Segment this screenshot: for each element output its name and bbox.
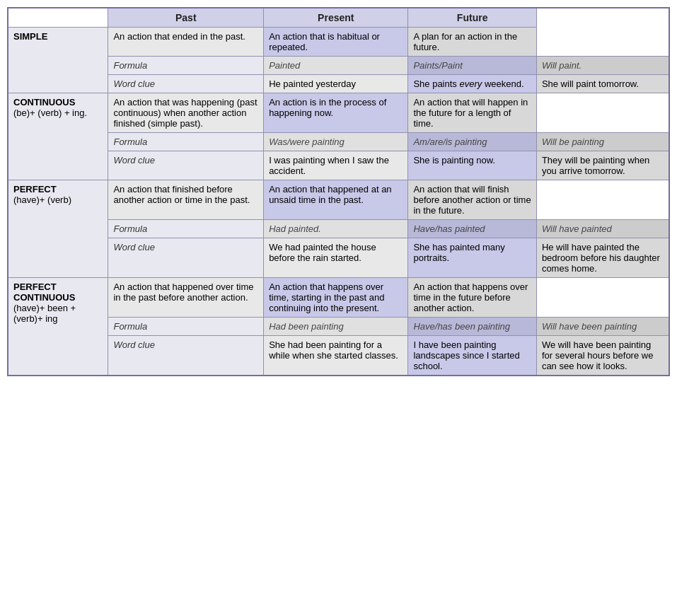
grammar-tenses-table: Past Present Future SIMPLEAn action that…: [7, 7, 670, 376]
label-simple: SIMPLE: [8, 28, 108, 93]
desc-past: An action that happened over time in the…: [108, 278, 264, 318]
desc-future: An action that will finish before anothe…: [408, 180, 536, 220]
word-clue-label: Word clue: [108, 75, 264, 93]
label-perfect-continuous: PERFECT CONTINUOUS(have)+ been + (verb)+…: [8, 278, 108, 376]
word-clue-label: Word clue: [108, 336, 264, 376]
formula-future: Will have been painting: [536, 318, 669, 336]
formula-label: Formula: [108, 318, 264, 336]
word-clue-present: She is painting now.: [408, 151, 536, 180]
desc-future: An action that happens over time in the …: [408, 278, 536, 318]
word-clue-future: He will have painted the bedroom before …: [536, 238, 669, 278]
word-clue-label: Word clue: [108, 238, 264, 278]
word-clue-label: Word clue: [108, 151, 264, 180]
desc-present: An action that is habitual or repeated.: [264, 28, 408, 57]
desc-present: An action is in the process of happening…: [264, 93, 408, 133]
formula-future: Will be painting: [536, 133, 669, 151]
label-continuous: CONTINUOUS(be)+ (verb) + ing.: [8, 93, 108, 180]
label-perfect: PERFECT(have)+ (verb): [8, 180, 108, 278]
header-present: Present: [264, 8, 408, 28]
header-future: Future: [408, 8, 536, 28]
desc-row-perfect: PERFECT(have)+ (verb)An action that fini…: [8, 180, 669, 220]
formula-past: Painted: [264, 57, 408, 75]
header-past: Past: [108, 8, 264, 28]
word-clue-future: They will be painting when you arrive to…: [536, 151, 669, 180]
desc-past: An action that was happening (past conti…: [108, 93, 264, 133]
formula-label: Formula: [108, 133, 264, 151]
word-clue-future: We will have been painting for several h…: [536, 336, 669, 376]
desc-row-continuous: CONTINUOUS(be)+ (verb) + ing.An action t…: [8, 93, 669, 133]
formula-present: Have/has painted: [408, 220, 536, 238]
formula-past: Was/were painting: [264, 133, 408, 151]
word-clue-present: She paints every weekend.: [408, 75, 536, 93]
word-clue-present: I have been painting landscapes since I …: [408, 336, 536, 376]
formula-future: Will paint.: [536, 57, 669, 75]
header-empty: [8, 8, 108, 28]
formula-label: Formula: [108, 57, 264, 75]
word-clue-past: He painted yesterday: [264, 75, 408, 93]
formula-present: Am/are/is painting: [408, 133, 536, 151]
word-clue-future: She will paint tomorrow.: [536, 75, 669, 93]
formula-present: Have/has been painting: [408, 318, 536, 336]
desc-row-perfect-continuous: PERFECT CONTINUOUS(have)+ been + (verb)+…: [8, 278, 669, 318]
desc-past: An action that finished before another a…: [108, 180, 264, 220]
desc-future: A plan for an action in the future.: [408, 28, 536, 57]
word-clue-past: We had painted the house before the rain…: [264, 238, 408, 278]
formula-past: Had been painting: [264, 318, 408, 336]
formula-label: Formula: [108, 220, 264, 238]
formula-past: Had painted.: [264, 220, 408, 238]
desc-present: An action that happens over time, starti…: [264, 278, 408, 318]
word-clue-past: She had been painting for a while when s…: [264, 336, 408, 376]
desc-row-simple: SIMPLEAn action that ended in the past.A…: [8, 28, 669, 57]
word-clue-present: She has painted many portraits.: [408, 238, 536, 278]
word-clue-past: I was painting when I saw the accident.: [264, 151, 408, 180]
desc-past: An action that ended in the past.: [108, 28, 264, 57]
header-row: Past Present Future: [8, 8, 669, 28]
formula-future: Will have painted: [536, 220, 669, 238]
formula-present: Paints/Paint: [408, 57, 536, 75]
desc-future: An action that will happen in the future…: [408, 93, 536, 133]
desc-present: An action that happened at an unsaid tim…: [264, 180, 408, 220]
